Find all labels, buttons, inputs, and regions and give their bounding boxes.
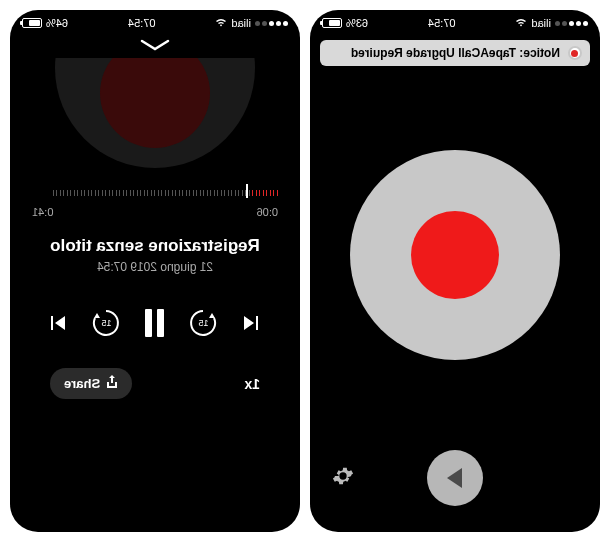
time-elapsed: 0:06 [257, 206, 278, 218]
time-remaining: 0:41 [32, 206, 53, 218]
battery-icon [322, 18, 342, 28]
settings-button[interactable] [332, 465, 354, 491]
record-dot-icon [568, 46, 582, 60]
carrier-label: iliad [531, 17, 551, 29]
signal-icon [255, 21, 288, 26]
signal-icon [555, 21, 588, 26]
record-button[interactable] [350, 150, 560, 360]
playback-screen: iliad 07:54 64% 0:06 [10, 10, 300, 532]
share-label: Share [64, 376, 100, 391]
playhead[interactable] [246, 184, 248, 198]
recorder-screen: iliad 07:54 63% Notice: TapeACall Upgrad… [310, 10, 600, 532]
pause-button[interactable] [146, 309, 165, 337]
track-subtitle: 21 giugno 2019 07:54 [20, 260, 290, 274]
share-button[interactable]: Share [50, 368, 132, 399]
seek-forward-15-button[interactable]: 15 [90, 306, 124, 340]
battery-icon [22, 18, 42, 28]
wifi-icon [215, 17, 227, 29]
wifi-icon [515, 17, 527, 29]
record-icon [411, 211, 499, 299]
battery-pct: 64% [46, 17, 68, 29]
waveform [32, 190, 278, 196]
chevron-down-icon[interactable] [138, 38, 172, 56]
status-bar: iliad 07:54 63% [310, 10, 600, 32]
scrubber[interactable]: 0:06 0:41 [10, 178, 300, 218]
clock: 07:54 [428, 17, 456, 29]
recording-artwork [10, 58, 300, 178]
skip-next-button[interactable] [48, 313, 68, 333]
upgrade-notice[interactable]: Notice: TapeACall Upgrade Required [320, 40, 590, 66]
status-bar: iliad 07:54 64% [10, 10, 300, 32]
skip-previous-button[interactable] [243, 313, 263, 333]
carrier-label: iliad [231, 17, 251, 29]
playback-speed-button[interactable]: 1x [244, 376, 260, 392]
clock: 07:54 [128, 17, 156, 29]
share-icon [106, 375, 118, 392]
play-recordings-button[interactable] [427, 450, 483, 506]
battery-pct: 63% [346, 17, 368, 29]
notice-text: Notice: TapeACall Upgrade Required [351, 46, 560, 60]
playback-controls: 15 15 [10, 284, 300, 362]
seek-back-15-button[interactable]: 15 [187, 306, 221, 340]
track-title: Registrazione senza titolo [20, 236, 290, 256]
